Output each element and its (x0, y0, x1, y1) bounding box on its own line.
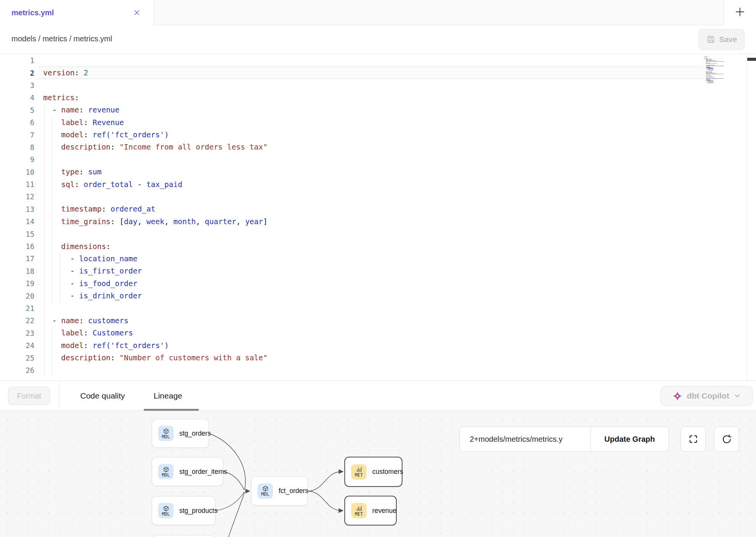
code-text: - name: revenue (43, 106, 120, 114)
lineage-filter-input[interactable] (460, 427, 591, 451)
indent-guide (44, 178, 45, 190)
lineage-node-revenue[interactable]: METrevenue (344, 496, 397, 526)
tab-title: metrics.yml (11, 8, 54, 17)
line-number: 8 (0, 143, 34, 151)
tab-metrics-yml[interactable]: metrics.yml (0, 0, 154, 25)
code-line[interactable]: 1 (0, 54, 756, 67)
line-number: 12 (0, 192, 34, 201)
code-line[interactable]: 13 timestamp: ordered_at (0, 203, 756, 215)
fullscreen-button[interactable] (681, 426, 706, 452)
code-line[interactable]: 3 (0, 79, 756, 91)
indent-guide (44, 116, 45, 129)
indent-guide (52, 116, 52, 129)
code-line[interactable]: 12 (0, 190, 756, 203)
indent-guide (52, 327, 52, 339)
line-number: 18 (0, 267, 34, 275)
toolbar-divider (59, 381, 59, 410)
line-number: 9 (0, 155, 34, 164)
dbt-copilot-icon (672, 391, 683, 401)
code-line[interactable]: 22 - name: customers (0, 314, 756, 327)
indent-guide (52, 203, 52, 215)
model-badge: MDL (158, 464, 174, 479)
new-tab-button[interactable] (724, 0, 756, 25)
tab-strip-background (154, 0, 724, 25)
line-number: 7 (0, 131, 34, 139)
code-line[interactable]: 15 (0, 228, 756, 240)
update-graph-button[interactable]: Update Graph (591, 427, 668, 451)
model-badge: MDL (158, 503, 174, 518)
metric-badge: MET (351, 464, 367, 480)
lineage-node-fct_orders[interactable]: MDLfct_orders (251, 476, 308, 506)
dbt-ide-window: metrics.yml models / metrics / metrics.y… (0, 0, 756, 537)
lineage-node-partial[interactable] (152, 535, 215, 537)
code-line[interactable]: 20 - is_drink_order (0, 290, 756, 302)
code-text: - is_food_order (43, 279, 138, 288)
code-text: - is_first_order (43, 267, 142, 275)
save-button[interactable]: Save (699, 29, 745, 50)
tab-lineage[interactable]: Lineage (154, 381, 182, 411)
code-line[interactable]: 6 label: Revenue (0, 116, 756, 129)
code-editor[interactable]: 12version: 234metrics:5 - name: revenue6… (0, 54, 756, 381)
close-tab-icon[interactable] (131, 7, 142, 18)
indent-guide (44, 203, 45, 215)
lineage-panel[interactable]: MDLstg_ordersMDLstg_order_itemsMDLstg_pr… (0, 411, 756, 537)
indent-guide (52, 252, 52, 265)
refresh-button[interactable] (714, 426, 739, 452)
code-line[interactable]: 19 - is_food_order (0, 277, 756, 290)
minimap[interactable] (704, 56, 724, 83)
code-text: dimensions: (43, 242, 110, 251)
code-line[interactable]: 26 (0, 364, 756, 376)
code-line[interactable]: 25 description: "Number of customers wit… (0, 351, 756, 364)
metric-badge: MET (351, 503, 367, 518)
tab-code-quality[interactable]: Code quality (80, 381, 125, 411)
code-text: description: "Income from all orders les… (43, 143, 268, 151)
line-number: 19 (0, 279, 34, 288)
line-number: 24 (0, 341, 34, 350)
lineage-node-stg_products[interactable]: MDLstg_products (152, 496, 216, 525)
code-line[interactable]: 11 sql: order_total - tax_paid (0, 178, 756, 190)
code-line[interactable]: 24 model: ref('fct_orders') (0, 339, 756, 351)
line-number: 20 (0, 292, 34, 300)
code-line[interactable]: 8 description: "Income from all orders l… (0, 141, 756, 153)
node-label: stg_orders (179, 430, 211, 438)
copilot-label: dbt Copilot (687, 391, 729, 400)
code-line[interactable]: 5 - name: revenue (0, 104, 756, 116)
code-line[interactable]: 23 label: Customers (0, 327, 756, 339)
line-number: 10 (0, 168, 34, 176)
line-number: 6 (0, 118, 34, 127)
line-number: 11 (0, 180, 34, 189)
code-line[interactable]: 7 model: ref('fct_orders') (0, 129, 756, 141)
indent-guide (60, 277, 60, 290)
code-line[interactable]: 9 (0, 153, 756, 166)
code-line[interactable]: 14 time_grains: [day, week, month, quart… (0, 215, 756, 228)
code-line[interactable]: 17 - location_name (0, 252, 756, 265)
line-number: 25 (0, 354, 34, 362)
dbt-copilot-button[interactable]: dbt Copilot (660, 386, 753, 406)
code-line[interactable]: 2version: 2 (0, 67, 756, 79)
code-text: sql: order_total - tax_paid (43, 180, 182, 189)
lineage-node-customers[interactable]: METcustomers (344, 457, 402, 487)
indent-guide (44, 104, 45, 116)
line-number: 26 (0, 366, 34, 374)
line-number: 4 (0, 93, 34, 102)
code-line[interactable]: 21 (0, 302, 756, 314)
code-line[interactable]: 4metrics: (0, 91, 756, 104)
line-number: 3 (0, 81, 34, 90)
indent-guide (52, 129, 52, 141)
indent-guide (52, 240, 52, 252)
code-text: label: Customers (43, 329, 133, 337)
line-number: 13 (0, 205, 34, 213)
lineage-node-stg_order_items[interactable]: MDLstg_order_items (152, 457, 223, 486)
code-line[interactable]: 16 dimensions: (0, 240, 756, 252)
editor-scrollbar-thumb[interactable] (747, 58, 756, 61)
code-line[interactable]: 10 type: sum (0, 166, 756, 178)
indent-guide (52, 228, 52, 240)
format-button[interactable]: Format (8, 387, 50, 405)
code-lines: 12version: 234metrics:5 - name: revenue6… (0, 54, 756, 376)
indent-guide (52, 339, 52, 351)
indent-guide (52, 265, 52, 277)
line-number: 17 (0, 254, 34, 263)
lineage-node-stg_orders[interactable]: MDLstg_orders (152, 419, 209, 448)
code-line[interactable]: 18 - is_first_order (0, 265, 756, 277)
indent-guide (44, 339, 45, 351)
